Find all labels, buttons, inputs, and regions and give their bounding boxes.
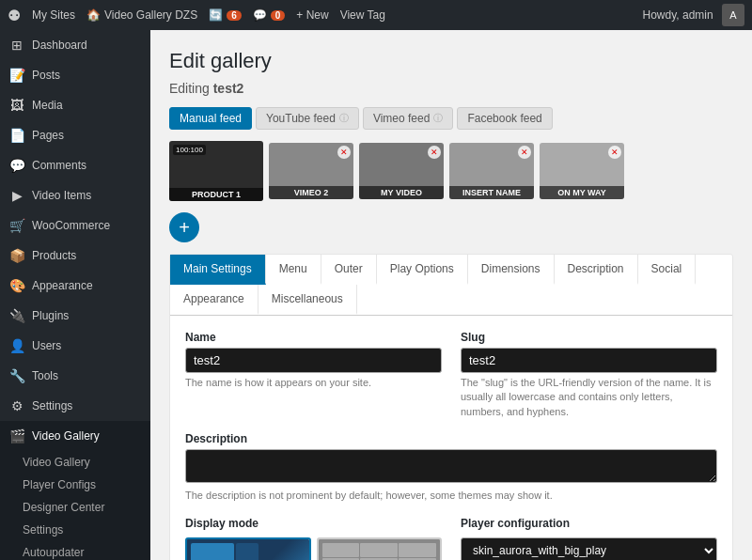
tab-menu[interactable]: Menu bbox=[266, 255, 321, 285]
comments-link[interactable]: 💬 0 bbox=[253, 8, 286, 22]
video-thumb-1[interactable]: ✕ VIMEO 2 bbox=[269, 143, 353, 199]
my-sites-link[interactable]: My Sites bbox=[32, 8, 75, 22]
video-thumb-0[interactable]: 100:100 PRODUCT 1 bbox=[169, 141, 263, 201]
video-gallery-icon: 🎬 bbox=[9, 428, 24, 443]
sidebar-submenu-item-video-gallery[interactable]: Video Gallery bbox=[0, 451, 150, 474]
view-tag-link[interactable]: View Tag bbox=[340, 8, 385, 22]
name-slug-row: Name The name is how it appears on your … bbox=[185, 331, 717, 419]
sidebar-item-video-items[interactable]: ▶ Video Items bbox=[0, 180, 150, 210]
sidebar-label-media: Media bbox=[32, 99, 63, 112]
sidebar-item-video-gallery[interactable]: 🎬 Video Gallery bbox=[0, 421, 150, 451]
gallery-name: test2 bbox=[213, 81, 244, 96]
settings-card: Main Settings Menu Outer Play Options Di… bbox=[169, 254, 733, 560]
tab-appearance[interactable]: Appearance bbox=[170, 285, 258, 315]
comments-count: 0 bbox=[271, 10, 286, 21]
slug-input[interactable] bbox=[461, 348, 717, 373]
video-thumb-3[interactable]: ✕ INSERT NAME bbox=[449, 143, 534, 199]
video-thumb-4[interactable]: ✕ ON MY WAY bbox=[540, 143, 624, 199]
display-mode-label: Display mode bbox=[185, 517, 442, 530]
sidebar-item-plugins[interactable]: 🔌 Plugins bbox=[0, 301, 150, 331]
sidebar-item-dashboard[interactable]: ⊞ Dashboard bbox=[0, 30, 150, 60]
sidebar-item-settings[interactable]: ⚙ Settings bbox=[0, 391, 150, 421]
grid-cell-2 bbox=[360, 543, 398, 557]
admin-bar-right: Howdy, admin A bbox=[643, 4, 744, 26]
howdy-text: Howdy, admin bbox=[643, 8, 713, 22]
sidebar-label-comments: Comments bbox=[32, 159, 86, 172]
tools-icon: 🔧 bbox=[9, 368, 24, 383]
sidebar-item-comments[interactable]: 💬 Comments bbox=[0, 150, 150, 180]
new-label: + New bbox=[296, 8, 328, 22]
tab-description[interactable]: Description bbox=[555, 255, 638, 285]
display-modes: Gallery bbox=[185, 537, 442, 560]
feed-tab-facebook-label: Facebook feed bbox=[467, 112, 541, 125]
thumb-remove-1[interactable]: ✕ bbox=[337, 146, 351, 159]
video-thumbs-area: 100:100 PRODUCT 1 ✕ VIMEO 2 ✕ MY VIDEO ✕… bbox=[169, 141, 733, 201]
name-group: Name The name is how it appears on your … bbox=[185, 331, 442, 419]
comments-icon: 💬 bbox=[9, 158, 24, 173]
admin-bar: ⚉ My Sites 🏠 Video Gallery DZS 🔄 6 💬 0 +… bbox=[0, 0, 752, 30]
sidebar-item-posts[interactable]: 📝 Posts bbox=[0, 60, 150, 90]
video-thumb-2[interactable]: ✕ MY VIDEO bbox=[359, 143, 444, 199]
settings-tabs: Main Settings Menu Outer Play Options Di… bbox=[170, 255, 732, 316]
tab-social[interactable]: Social bbox=[638, 255, 697, 285]
name-input[interactable] bbox=[185, 348, 442, 373]
tab-play-options[interactable]: Play Options bbox=[377, 255, 468, 285]
update-icon: 🔄 bbox=[209, 8, 223, 22]
sidebar-item-tools[interactable]: 🔧 Tools bbox=[0, 361, 150, 391]
editing-prefix: Editing bbox=[169, 81, 210, 96]
sidebar-item-pages[interactable]: 📄 Pages bbox=[0, 120, 150, 150]
gallery-thumb: Gallery bbox=[187, 539, 309, 560]
my-sites-label: My Sites bbox=[32, 8, 75, 22]
sidebar-label-users: Users bbox=[32, 339, 61, 352]
products-icon: 📦 bbox=[9, 248, 24, 263]
description-hint: The description is not prominent by defa… bbox=[185, 489, 717, 503]
sidebar-label-plugins: Plugins bbox=[32, 309, 69, 322]
site-name-link[interactable]: 🏠 Video Gallery DZS bbox=[86, 8, 197, 22]
display-mode-gallery[interactable]: Gallery bbox=[185, 537, 311, 560]
page-title: Edit gallery bbox=[169, 49, 733, 73]
add-video-button[interactable]: + bbox=[169, 212, 199, 242]
sidebar-submenu-item-player-configs[interactable]: Player Configs bbox=[0, 474, 150, 496]
updates-link[interactable]: 🔄 6 bbox=[209, 8, 242, 22]
sidebar-submenu-item-designer-center[interactable]: Designer Center bbox=[0, 496, 150, 519]
sidebar-item-media[interactable]: 🖼 Media bbox=[0, 90, 150, 120]
wp-logo[interactable]: ⚉ bbox=[8, 7, 21, 24]
thumb-remove-3[interactable]: ✕ bbox=[518, 146, 531, 159]
thumb-remove-4[interactable]: ✕ bbox=[608, 146, 621, 159]
sidebar-item-woocommerce[interactable]: 🛒 WooCommerce bbox=[0, 210, 150, 241]
sidebar-submenu-item-settings[interactable]: Settings bbox=[0, 519, 150, 541]
sidebar-item-appearance[interactable]: 🎨 Appearance bbox=[0, 271, 150, 301]
sidebar: ⊞ Dashboard 📝 Posts 🖼 Media 📄 Pages 💬 Co… bbox=[0, 30, 150, 560]
layout: ⊞ Dashboard 📝 Posts 🖼 Media 📄 Pages 💬 Co… bbox=[0, 30, 752, 560]
sidebar-label-dashboard: Dashboard bbox=[32, 39, 87, 52]
comment-icon: 💬 bbox=[253, 8, 267, 22]
tab-outer[interactable]: Outer bbox=[321, 255, 377, 285]
feed-tab-vimeo[interactable]: Vimeo feed ⓘ bbox=[363, 107, 454, 130]
feed-tab-manual[interactable]: Manual feed bbox=[169, 107, 252, 130]
feed-tab-facebook[interactable]: Facebook feed bbox=[457, 107, 552, 130]
dashboard-icon: ⊞ bbox=[9, 38, 24, 53]
player-config-select[interactable]: skin_aurora_with_big_play bbox=[461, 537, 717, 560]
sidebar-label-posts: Posts bbox=[32, 69, 60, 82]
new-link[interactable]: + New bbox=[296, 8, 328, 22]
sidebar-item-products[interactable]: 📦 Products bbox=[0, 241, 150, 271]
description-group: Description The description is not promi… bbox=[185, 432, 717, 503]
add-video-area: + bbox=[169, 212, 733, 242]
feed-tab-youtube[interactable]: YouTube feed ⓘ bbox=[256, 107, 359, 130]
editing-label: Editing test2 bbox=[169, 81, 733, 96]
tab-main-settings[interactable]: Main Settings bbox=[170, 255, 266, 285]
sidebar-submenu-video-gallery: Video Gallery Player Configs Designer Ce… bbox=[0, 451, 150, 560]
tab-dimensions[interactable]: Dimensions bbox=[468, 255, 555, 285]
description-input[interactable] bbox=[185, 449, 717, 483]
users-icon: 👤 bbox=[9, 338, 24, 353]
sidebar-item-users[interactable]: 👤 Users bbox=[0, 331, 150, 361]
thumb-counter-0: 100:100 bbox=[173, 145, 206, 155]
display-mode-wall[interactable]: Wall bbox=[317, 537, 443, 560]
slug-hint: The "slug" is the URL-friendly version o… bbox=[461, 376, 717, 419]
grid-cell-1 bbox=[322, 543, 360, 557]
thumb-remove-2[interactable]: ✕ bbox=[428, 146, 441, 159]
feed-tab-vimeo-label: Vimeo feed bbox=[373, 112, 431, 125]
sidebar-submenu-item-autoupdater[interactable]: Autoupdater bbox=[0, 541, 150, 560]
sidebar-label-products: Products bbox=[32, 249, 76, 262]
tab-miscellaneous[interactable]: Miscellaneous bbox=[258, 285, 357, 315]
